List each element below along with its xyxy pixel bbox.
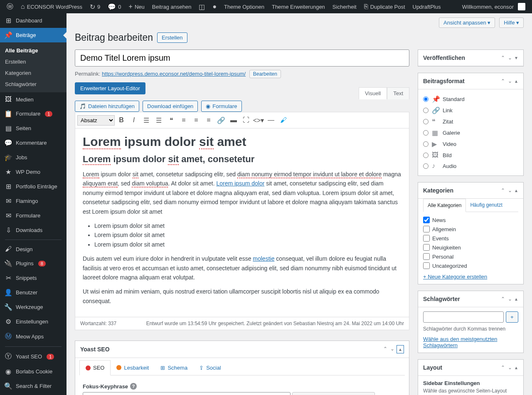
menu-meow[interactable]: ⓂMeow Apps xyxy=(0,329,66,344)
add-forms-btn[interactable]: ◉Formulare xyxy=(201,101,241,112)
theme-options-link[interactable]: Theme Optionen xyxy=(221,0,268,13)
cat-events[interactable]: Events xyxy=(423,234,518,243)
hr-btn[interactable]: — xyxy=(265,114,277,126)
submenu-create[interactable]: Erstellen xyxy=(0,56,66,67)
menu-snippets[interactable]: ✂Snippets xyxy=(0,271,66,285)
permalink-url[interactable]: https://wordpress.demo.econsor.net/demo-… xyxy=(102,71,246,77)
menu-wpdemo[interactable]: ★WP Demo xyxy=(0,165,66,179)
code-btn[interactable]: <>▾ xyxy=(253,114,264,126)
format-select[interactable]: Absatz xyxy=(77,115,115,126)
fmt-down[interactable]: ⌄ xyxy=(507,77,513,85)
tags-add-btn[interactable]: + xyxy=(506,311,518,323)
yoast-tab-readability[interactable]: Lesbarkeit xyxy=(111,360,155,375)
menu-pages[interactable]: ▤Seiten xyxy=(0,121,66,136)
menu-dashboard[interactable]: ⊞Dashboard xyxy=(0,13,66,28)
add-category-link[interactable]: + Neue Kategorie erstellen xyxy=(423,274,487,280)
menu-search[interactable]: 🔍Search & Filter xyxy=(0,379,66,393)
tags-popular-link[interactable]: Wähle aus den meistgenutzten Schlagwörte… xyxy=(423,336,518,348)
wp-logo[interactable]: ⓦ xyxy=(3,0,17,13)
updraft-link[interactable]: UpdraftPlus xyxy=(409,0,444,13)
link-btn[interactable]: 🔗 xyxy=(215,114,227,126)
menu-posts[interactable]: 📌Beiträge xyxy=(0,28,66,42)
menu-cptui[interactable]: ◉CPT UI xyxy=(0,393,66,395)
format-standard[interactable]: 📌Standard xyxy=(423,94,518,105)
theme-ext-link[interactable]: Theme Erweiterungen xyxy=(268,0,328,13)
format-audio[interactable]: ♪Audio xyxy=(423,160,518,171)
layout-editor-btn[interactable]: Erweiterter Layout-Editor xyxy=(75,82,145,94)
format-quote[interactable]: ❝Zitat xyxy=(423,116,518,127)
yoast-tab-social[interactable]: ⇪Social xyxy=(193,360,227,375)
bold-btn[interactable]: B xyxy=(116,114,127,126)
welcome-link[interactable]: Willkommen, econsor xyxy=(459,0,529,13)
menu-flamingo[interactable]: ✉Flamingo xyxy=(0,194,66,208)
menu-media[interactable]: 🖾Medien xyxy=(0,92,66,106)
menu-downloads[interactable]: ⇩Downloads xyxy=(0,223,66,237)
cat-personal[interactable]: Personal xyxy=(423,252,518,261)
cat-up[interactable]: ⌃ xyxy=(500,187,506,194)
help-btn[interactable]: Hilfe ▾ xyxy=(499,17,524,28)
menu-jobs[interactable]: 🎓Jobs xyxy=(0,150,66,165)
tag-down[interactable]: ⌄ xyxy=(507,295,513,303)
lay-up[interactable]: ⌃ xyxy=(500,364,506,371)
align-center-btn[interactable]: ≡ xyxy=(190,114,202,126)
submenu-tags[interactable]: Schlagwörter xyxy=(0,79,66,90)
post-title-input[interactable] xyxy=(75,49,409,67)
more-btn[interactable]: ▬ xyxy=(228,114,239,126)
ol-btn[interactable]: ☰ xyxy=(153,114,165,126)
comments-link[interactable]: 💬0 xyxy=(104,0,124,13)
menu-portfolio[interactable]: ⊞Portfolio Einträge xyxy=(0,179,66,194)
cat-tab-freq[interactable]: Häufig genutzt xyxy=(466,199,506,212)
submenu-all-posts[interactable]: Alle Beiträge xyxy=(0,45,66,56)
lay-down[interactable]: ⌄ xyxy=(507,364,513,371)
lay-toggle[interactable]: ▴ xyxy=(514,364,518,371)
menu-design[interactable]: 🖌Design xyxy=(0,242,66,256)
yoast-tab-seo[interactable]: SEO xyxy=(79,360,111,375)
theme-icon2[interactable]: ● xyxy=(209,0,220,13)
format-link[interactable]: 🔗Link xyxy=(423,105,518,116)
menu-borlabs[interactable]: ◉Borlabs Cookie xyxy=(0,364,66,379)
yoast-tab-schema[interactable]: ⊞Schema xyxy=(155,360,193,375)
pub-up[interactable]: ⌃ xyxy=(500,54,506,62)
yoast-up[interactable]: ⌃ xyxy=(382,345,388,353)
pub-down[interactable]: ⌄ xyxy=(507,54,513,62)
tab-text[interactable]: Text xyxy=(387,87,409,99)
clear-btn[interactable]: 🖌 xyxy=(278,114,289,126)
fullscreen-btn[interactable]: ⛶ xyxy=(240,114,252,126)
menu-tools[interactable]: 🔧Werkzeuge xyxy=(0,300,66,314)
permalink-edit-btn[interactable]: Bearbeiten xyxy=(249,70,281,78)
duplicate-link[interactable]: ⎘Duplicate Post xyxy=(361,0,409,13)
tag-up[interactable]: ⌃ xyxy=(500,295,506,303)
yoast-down[interactable]: ⌄ xyxy=(389,345,395,353)
menu-forms[interactable]: 📋Formulare1 xyxy=(0,106,66,121)
menu-users[interactable]: 👤Benutzer xyxy=(0,285,66,300)
italic-btn[interactable]: I xyxy=(128,114,140,126)
screen-options-btn[interactable]: Ansicht anpassen ▾ xyxy=(439,17,495,28)
menu-forms2[interactable]: ✉Formulare xyxy=(0,208,66,223)
align-right-btn[interactable]: ≡ xyxy=(203,114,214,126)
view-post-link[interactable]: Beitrag ansehen xyxy=(149,0,195,13)
security-link[interactable]: Sicherheit xyxy=(329,0,360,13)
quote-btn[interactable]: ❝ xyxy=(165,114,177,126)
site-link[interactable]: ⌂ECONSOR WordPress xyxy=(17,0,86,13)
updates-link[interactable]: ↻9 xyxy=(86,0,103,13)
keyphrase-input[interactable] xyxy=(83,392,291,395)
tags-input[interactable] xyxy=(423,311,504,323)
cat-tab-all[interactable]: Alle Kategorien xyxy=(423,199,466,212)
fmt-toggle[interactable]: ▴ xyxy=(514,77,518,85)
cat-news[interactable]: News xyxy=(423,215,518,225)
content-link1[interactable]: Lorem ipsum dolor xyxy=(216,180,264,187)
yoast-toggle[interactable]: ▴ xyxy=(397,345,404,353)
format-video[interactable]: ▶Video xyxy=(423,138,518,150)
menu-settings[interactable]: ⚙Einstellungen xyxy=(0,314,66,329)
add-download-btn[interactable]: Download einfügen xyxy=(143,101,198,112)
add-media-btn[interactable]: 🎵Dateien hinzufügen xyxy=(75,101,139,112)
align-left-btn[interactable]: ≡ xyxy=(178,114,190,126)
cat-uncategorized[interactable]: Uncategorized xyxy=(423,261,518,270)
format-gallery[interactable]: ▦Galerie xyxy=(423,127,518,138)
cat-down[interactable]: ⌄ xyxy=(507,187,513,194)
similar-keyphrases-btn[interactable]: Ähnliche Keyphrasen erhalten xyxy=(292,392,375,395)
format-image[interactable]: 🖼Bild xyxy=(423,150,518,160)
help-icon[interactable]: ? xyxy=(130,383,137,390)
submenu-categories[interactable]: Kategorien xyxy=(0,67,66,79)
menu-plugins[interactable]: 🔌Plugins8 xyxy=(0,256,66,271)
